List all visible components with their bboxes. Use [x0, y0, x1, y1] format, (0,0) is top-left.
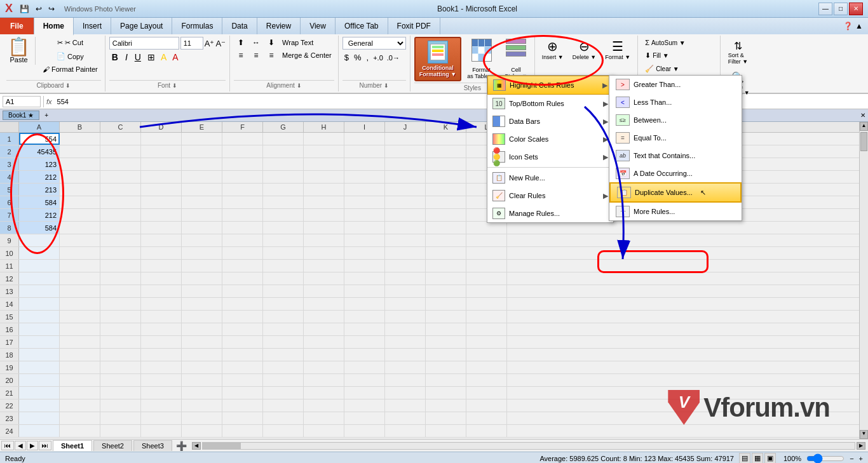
- cell-l20[interactable]: [466, 374, 507, 386]
- cell-f5[interactable]: [222, 184, 263, 196]
- scroll-up-button[interactable]: ▲: [860, 122, 868, 131]
- cell-d8[interactable]: [141, 222, 182, 234]
- greater-than-item[interactable]: > Greater Than...: [609, 76, 742, 93]
- cell-j11[interactable]: [385, 260, 426, 272]
- cell-h5[interactable]: [304, 184, 344, 196]
- row-number-1[interactable]: 1: [0, 133, 19, 145]
- cell-k12[interactable]: [426, 272, 466, 285]
- sheet-tab-1[interactable]: Sheet1: [53, 440, 92, 451]
- cell-f2[interactable]: [222, 145, 263, 158]
- less-than-item[interactable]: < Less Than...: [609, 93, 742, 111]
- cell-e13[interactable]: [182, 285, 222, 297]
- comma-button[interactable]: ,: [365, 52, 371, 63]
- row-number-4[interactable]: 4: [0, 171, 19, 183]
- cell-d9[interactable]: [141, 234, 182, 246]
- border-button[interactable]: ⊞: [146, 51, 157, 63]
- cell-k22[interactable]: [426, 399, 466, 412]
- cell-g23[interactable]: [263, 412, 304, 424]
- cell-f24[interactable]: [222, 425, 263, 437]
- cell-f11[interactable]: [222, 260, 263, 272]
- col-header-b[interactable]: B: [60, 122, 100, 132]
- paste-button[interactable]: 📋 Paste: [6, 37, 31, 65]
- data-bars-item[interactable]: Data Bars ▶: [487, 112, 613, 130]
- cell-k10[interactable]: [426, 247, 466, 259]
- cell-e22[interactable]: [182, 399, 222, 412]
- cell-i13[interactable]: [344, 285, 385, 297]
- cell-j12[interactable]: [385, 272, 426, 285]
- cell-h12[interactable]: [304, 272, 344, 285]
- cell-j20[interactable]: [385, 374, 426, 386]
- cell-j5[interactable]: [385, 184, 426, 196]
- cell-j4[interactable]: [385, 171, 426, 183]
- cell-e7[interactable]: [182, 209, 222, 221]
- cell-c10[interactable]: [100, 247, 141, 259]
- cell-g18[interactable]: [263, 349, 304, 361]
- cell-g3[interactable]: [263, 158, 304, 170]
- tab-review[interactable]: Review: [257, 18, 301, 34]
- maximize-button[interactable]: □: [834, 3, 848, 15]
- tab-page-layout[interactable]: Page Layout: [111, 18, 172, 34]
- row-number-6[interactable]: 6: [0, 196, 19, 208]
- tab-view[interactable]: View: [301, 18, 336, 34]
- cell-c16[interactable]: [100, 323, 141, 335]
- cell-h10[interactable]: [304, 247, 344, 259]
- tab-formulas[interactable]: Formulas: [172, 18, 222, 34]
- cell-c15[interactable]: [100, 311, 141, 323]
- cell-d13[interactable]: [141, 285, 182, 297]
- add-sheet-button[interactable]: ➕: [173, 441, 189, 451]
- duplicate-values-item[interactable]: 📋 Duplicate Values... ↖: [609, 182, 742, 203]
- align-right-button[interactable]: ≡: [264, 50, 278, 61]
- cell-j13[interactable]: [385, 285, 426, 297]
- vertical-scrollbar[interactable]: ▲ ▼: [859, 122, 868, 439]
- percent-button[interactable]: %: [352, 52, 363, 63]
- cell-b22[interactable]: [60, 399, 100, 412]
- conditional-formatting-button[interactable]: ConditionalFormatting ▼: [414, 37, 461, 81]
- cell-i22[interactable]: [344, 399, 385, 412]
- cell-j16[interactable]: [385, 323, 426, 335]
- row-number-3[interactable]: 3: [0, 158, 19, 170]
- cell-i8[interactable]: [344, 222, 385, 234]
- fill-button[interactable]: ⬇ Fill ▼: [642, 50, 672, 62]
- cell-l15[interactable]: [466, 311, 507, 323]
- cell-f9[interactable]: [222, 234, 263, 246]
- sort-filter-button[interactable]: ⇅ Sort &Filter ▼: [723, 38, 752, 67]
- cell-k7[interactable]: [426, 209, 466, 221]
- row-number-14[interactable]: 14: [0, 298, 19, 310]
- cell-a1[interactable]: 554: [19, 133, 60, 145]
- col-header-k[interactable]: K: [426, 122, 466, 132]
- cell-k4[interactable]: [426, 171, 466, 183]
- first-sheet-button[interactable]: ⏮: [1, 441, 14, 450]
- cell-c3[interactable]: [100, 158, 141, 170]
- cell-j24[interactable]: [385, 425, 426, 437]
- cell-f17[interactable]: [222, 336, 263, 348]
- scroll-down-button[interactable]: ▼: [860, 430, 868, 439]
- cell-i15[interactable]: [344, 311, 385, 323]
- cut-button[interactable]: ✂ ✂ Cut: [39, 37, 101, 49]
- scroll-left-button[interactable]: ◀: [192, 442, 201, 450]
- cell-d11[interactable]: [141, 260, 182, 272]
- cell-j15[interactable]: [385, 311, 426, 323]
- cell-i12[interactable]: [344, 272, 385, 285]
- row-number-17[interactable]: 17: [0, 336, 19, 348]
- cell-e24[interactable]: [182, 425, 222, 437]
- cell-c22[interactable]: [100, 399, 141, 412]
- cell-d15[interactable]: [141, 311, 182, 323]
- cell-e18[interactable]: [182, 349, 222, 361]
- cell-g13[interactable]: [263, 285, 304, 297]
- cell-k13[interactable]: [426, 285, 466, 297]
- cell-l24[interactable]: [466, 425, 507, 437]
- cell-c5[interactable]: [100, 184, 141, 196]
- cell-f12[interactable]: [222, 272, 263, 285]
- cell-l22[interactable]: [466, 399, 507, 412]
- next-sheet-button[interactable]: ▶: [27, 441, 38, 450]
- cell-i9[interactable]: [344, 234, 385, 246]
- cell-d21[interactable]: [141, 387, 182, 399]
- row-number-23[interactable]: 23: [0, 412, 19, 424]
- cell-c17[interactable]: [100, 336, 141, 348]
- cell-g16[interactable]: [263, 323, 304, 335]
- cell-b1[interactable]: [60, 133, 100, 145]
- cell-b11[interactable]: [60, 260, 100, 272]
- row-number-12[interactable]: 12: [0, 272, 19, 285]
- cell-f8[interactable]: [222, 222, 263, 234]
- cell-a6[interactable]: 584: [19, 196, 60, 208]
